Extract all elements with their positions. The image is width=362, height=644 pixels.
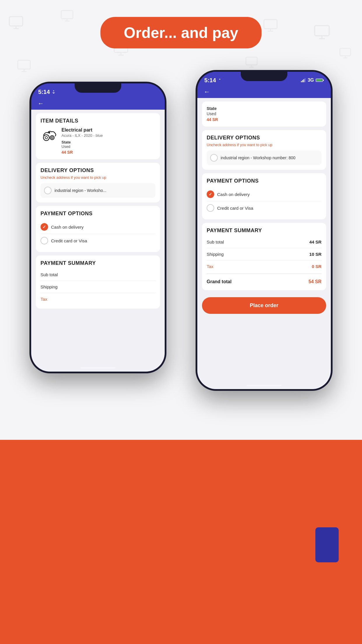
payment-summary-title-right: PAYMENT SUMMARY [207,228,321,234]
place-order-button[interactable]: Place order [202,297,326,314]
summary-row-shipping-right: Shipping 10 SR [207,249,321,259]
address-text-left: industrial region - Worksho... [55,188,106,193]
svg-point-24 [43,135,49,141]
phones-container: 5:14 ← ITEM DETAILS [21,70,341,595]
summary-row-tax-right: Tax 0 SR [207,262,321,271]
payment-options-card-right: PAYMENT OPTIONS Cash on delivery Credit … [202,173,326,219]
phone-right: 5:14 3G [196,70,333,391]
subtotal-label-left: Sub total [41,272,58,277]
payment-summary-title-left: PAYMENT SUMMARY [41,260,155,266]
delivery-options-card-right: DELIVERY OPTIONS Uncheck address if you … [202,130,326,170]
payment-summary-card-left: PAYMENT SUMMARY Sub total Shipping Tax [36,256,160,309]
svg-rect-35 [316,79,322,81]
svg-rect-30 [302,80,303,82]
state-price-right: 44 SR [207,117,321,122]
item-state-value: Used [61,144,155,149]
radio-cod-left[interactable] [41,223,48,231]
delivery-title-left: DELIVERY OPTIONS [41,167,155,174]
divider-1-left [41,281,155,281]
delivery-title-right: DELIVERY OPTIONS [207,135,321,141]
blue-decoration [315,527,339,562]
subtotal-value-right: 44 SR [309,239,321,244]
svg-rect-31 [303,79,304,83]
radio-card-right[interactable] [207,204,214,212]
divider-2-right [207,260,321,260]
header-pill: Order... and pay [100,17,261,48]
time-left: 5:14 [38,89,56,95]
item-row: Electrical part Acura - ILX - 2020 - blu… [41,127,155,155]
payment-label-card-right: Credit card or Visa [217,206,253,211]
payment-option-cod-right[interactable]: Cash on delivery [207,188,321,201]
summary-row-subtotal-right: Sub total 44 SR [207,237,321,247]
item-name: Electrical part [61,127,155,133]
header-title: Order... and pay [124,24,238,41]
payment-options-title-left: PAYMENT OPTIONS [41,211,155,217]
state-card-right: State Used 44 SR [202,102,326,127]
phone-left-inner: 5:14 ← ITEM DETAILS [31,83,165,372]
item-icon [41,127,58,145]
back-button-right[interactable]: ← [204,88,210,96]
summary-row-shipping-left: Shipping [41,282,155,292]
phone-content-right: State Used 44 SR DELIVERY OPTIONS Unchec… [197,98,331,389]
item-details-title: ITEM DETAILS [41,118,155,124]
tax-label-right: Tax [207,264,213,269]
payment-label-card-left: Credit card or Visa [51,238,87,243]
grand-divider [207,274,321,274]
item-details-card: ITEM DETAILS [36,113,160,159]
radio-card-left[interactable] [41,237,48,244]
summary-row-tax-left: Tax [41,294,155,304]
shipping-value-right: 10 SR [309,252,321,257]
svg-point-26 [50,136,54,140]
payment-option-card-right[interactable]: Credit card or Visa [207,201,321,215]
battery-icon [316,78,324,82]
grand-total-row: Grand total 54 SR [207,276,321,286]
phone-content-left: ITEM DETAILS [31,110,165,372]
phone-left: 5:14 ← ITEM DETAILS [29,82,166,373]
notch-left [75,83,121,93]
address-row-left[interactable]: industrial region - Worksho... [41,183,155,198]
state-value-right: Used [207,111,321,116]
divider-1-right [207,248,321,248]
item-state-label: State [61,140,155,144]
status-icons-right: 3G [301,78,324,83]
payment-label-cod-left: Cash on delivery [51,225,84,230]
svg-point-27 [51,137,53,139]
signal-icon [301,78,306,82]
item-subtitle: Acura - ILX - 2020 - blue [61,133,155,138]
svg-rect-34 [323,80,324,81]
address-row-right[interactable]: industrial region - Workshop number: 800 [207,150,321,165]
home-indicator-right [247,385,282,386]
payment-summary-card-right: PAYMENT SUMMARY Sub total 44 SR Shipping… [202,223,326,290]
svg-rect-29 [301,81,302,82]
address-text-right: industrial region - Workshop number: 800 [221,155,296,160]
divider-2-left [41,293,155,293]
back-button-left[interactable]: ← [38,100,44,107]
summary-row-subtotal-left: Sub total [41,270,155,279]
address-radio-left[interactable] [44,187,52,194]
grand-total-value: 54 SR [309,279,321,284]
tax-value-right: 0 SR [312,264,321,269]
tax-label-left: Tax [41,297,47,302]
radio-cod-right[interactable] [207,190,214,198]
svg-point-25 [45,136,48,139]
svg-rect-32 [305,78,305,82]
delivery-subtitle-left: Uncheck address if you want to pick up [41,175,155,180]
item-info: Electrical part Acura - ILX - 2020 - blu… [61,127,155,155]
payment-label-cod-right: Cash on delivery [217,192,250,197]
shipping-label-left: Shipping [41,284,57,289]
home-indicator-left [80,367,115,369]
payment-option-card-left[interactable]: Credit card or Visa [41,234,155,247]
phone-right-inner: 5:14 3G [197,72,331,389]
time-right: 5:14 [204,77,222,84]
item-price: 44 SR [61,150,155,155]
grand-total-label: Grand total [207,279,231,284]
payment-options-card-left: PAYMENT OPTIONS Cash on delivery Credit … [36,206,160,252]
subtotal-label-right: Sub total [207,239,224,244]
address-radio-right[interactable] [210,154,218,162]
delivery-subtitle-right: Uncheck address if you want to pick up [207,143,321,147]
notch-right [241,72,287,81]
payment-option-cod-left[interactable]: Cash on delivery [41,220,155,234]
payment-options-title-right: PAYMENT OPTIONS [207,178,321,184]
state-label-right: State [207,106,321,111]
shipping-label-right: Shipping [207,252,224,257]
